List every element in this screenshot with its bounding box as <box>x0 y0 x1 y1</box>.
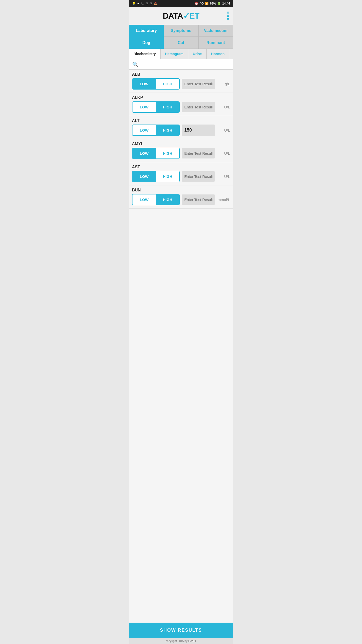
logo-accent: ✓ET <box>183 11 199 20</box>
dot-2 <box>227 15 229 17</box>
test-item-alb: ALBLOWHIGHg/L <box>129 70 233 93</box>
high-btn-bun[interactable]: HIGH <box>156 194 179 205</box>
high-btn-ast[interactable]: HIGH <box>156 171 179 182</box>
light-icon: 💡 <box>132 2 136 5</box>
high-btn-alt[interactable]: HIGH <box>156 125 179 135</box>
test-unit-ast: U/L <box>217 174 230 179</box>
app-header: DATA✓ET <box>129 7 233 25</box>
high-btn-alkp[interactable]: HIGH <box>156 102 179 112</box>
low-btn-alt[interactable]: LOW <box>132 125 156 135</box>
search-bar: 🔍 <box>129 59 233 70</box>
test-input-ast[interactable] <box>182 171 215 182</box>
toggle-group-alkp: LOWHIGH <box>132 101 180 113</box>
test-unit-bun: mmol/L <box>217 197 230 202</box>
test-item-alkp: ALKPLOWHIGHU/L <box>129 93 233 116</box>
mail-icon: ✉ <box>150 2 152 5</box>
subtab-biochemistry[interactable]: Biochemistry <box>129 49 161 59</box>
alarm-icon: ⏰ <box>195 2 198 5</box>
dot-1 <box>227 12 229 14</box>
test-unit-alb: g/L <box>217 82 230 86</box>
phone-icon: 📞 <box>141 2 144 5</box>
toggle-group-bun: LOWHIGH <box>132 194 180 205</box>
copyright-text: copyright 2015 by E-VET <box>166 639 196 642</box>
test-label-bun: BUN <box>132 188 230 192</box>
tab-cat[interactable]: Cat <box>164 37 198 49</box>
animal-tab-row: Dog Cat Ruminant <box>129 37 233 49</box>
test-label-alkp: ALKP <box>132 95 230 100</box>
test-input-alb[interactable] <box>182 79 215 89</box>
inbox-icon: 📥 <box>154 2 158 5</box>
low-btn-amyl[interactable]: LOW <box>132 148 156 158</box>
subtab-more[interactable]: A... <box>229 49 233 59</box>
search-icon: 🔍 <box>132 61 139 67</box>
toggle-group-ast: LOWHIGH <box>132 171 180 182</box>
main-tab-row: Laboratory Symptoms Vademecum <box>129 25 233 37</box>
test-input-amyl[interactable] <box>182 148 215 158</box>
status-left: 💡 ● 📞 ✉ ✉ 📥 <box>132 2 158 5</box>
low-btn-ast[interactable]: LOW <box>132 171 156 182</box>
test-unit-alkp: U/L <box>217 105 230 109</box>
test-item-amyl: AMYLLOWHIGHU/L <box>129 139 233 162</box>
whatsapp-icon: ● <box>137 2 139 5</box>
subtab-urine[interactable]: Urine <box>188 49 207 59</box>
subtab-hemogram[interactable]: Hemogram <box>161 49 188 59</box>
tab-ruminant[interactable]: Ruminant <box>198 37 233 49</box>
subtab-hormon[interactable]: Hormon <box>207 49 230 59</box>
dot-3 <box>227 18 229 20</box>
test-unit-amyl: U/L <box>217 151 230 155</box>
status-bar: 💡 ● 📞 ✉ ✉ 📥 ⏰ 4G 📶 69% 🔋 14:44 <box>129 0 233 7</box>
footer: copyright 2015 by E-VET <box>129 638 233 644</box>
test-label-amyl: AMYL <box>132 142 230 146</box>
toggle-group-alb: LOWHIGH <box>132 78 180 90</box>
test-label-ast: AST <box>132 165 230 169</box>
status-right: ⏰ 4G 📶 69% 🔋 14:44 <box>195 2 230 5</box>
app-logo: DATA✓ET <box>163 11 199 21</box>
category-tab-row: Biochemistry Hemogram Urine Hormon A... <box>129 49 233 59</box>
low-btn-alkp[interactable]: LOW <box>132 102 156 112</box>
test-list: ALBLOWHIGHg/LALKPLOWHIGHU/LALTLOWHIGHU/L… <box>129 70 233 623</box>
test-input-alkp[interactable] <box>182 102 215 112</box>
signal-icon: 📶 <box>205 2 209 5</box>
test-unit-alt: U/L <box>217 128 230 132</box>
battery-label: 69% <box>210 2 216 5</box>
network-label: 4G <box>200 2 204 5</box>
low-btn-alb[interactable]: LOW <box>132 79 156 89</box>
test-item-bun: BUNLOWHIGHmmol/L <box>129 185 233 209</box>
test-label-alb: ALB <box>132 72 230 77</box>
test-label-alt: ALT <box>132 118 230 123</box>
time-label: 14:44 <box>222 2 230 5</box>
test-input-alt[interactable] <box>182 125 215 136</box>
toggle-group-alt: LOWHIGH <box>132 125 180 136</box>
low-btn-bun[interactable]: LOW <box>132 194 156 205</box>
test-input-bun[interactable] <box>182 194 215 205</box>
high-btn-amyl[interactable]: HIGH <box>156 148 179 158</box>
test-item-alt: ALTLOWHIGHU/L <box>129 116 233 139</box>
high-btn-alb[interactable]: HIGH <box>156 79 179 89</box>
tab-vademecum[interactable]: Vademecum <box>198 25 233 37</box>
gmail-icon: ✉ <box>146 2 148 5</box>
show-results-button[interactable]: SHOW RESULTS <box>129 623 233 638</box>
toggle-group-amyl: LOWHIGH <box>132 148 180 159</box>
tab-symptoms[interactable]: Symptoms <box>164 25 198 37</box>
test-item-ast: ASTLOWHIGHU/L <box>129 162 233 185</box>
tab-laboratory[interactable]: Laboratory <box>129 25 164 37</box>
tab-dog[interactable]: Dog <box>129 37 164 49</box>
search-input[interactable] <box>141 62 230 67</box>
more-options-button[interactable] <box>227 12 229 20</box>
battery-icon: 🔋 <box>217 2 221 5</box>
